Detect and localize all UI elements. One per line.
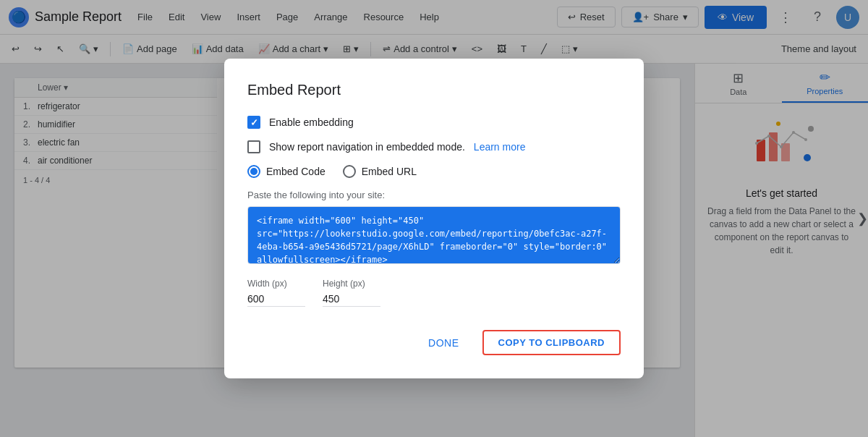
embed-code-option[interactable]: Embed Code: [247, 165, 326, 178]
embed-url-label: Embed URL: [362, 166, 417, 177]
show-nav-checkbox[interactable]: [247, 140, 260, 153]
modal-overlay: Embed Report ✓ Enable embedding Show rep…: [0, 0, 868, 437]
modal-actions: DONE COPY TO CLIPBOARD: [247, 330, 621, 355]
embed-url-radio[interactable]: [343, 165, 356, 178]
height-label: Height (px): [323, 279, 380, 289]
show-nav-label: Show report navigation in embedded mode.: [269, 141, 465, 153]
checkbox-check-icon: ✓: [250, 117, 258, 128]
done-button[interactable]: DONE: [417, 331, 470, 355]
embed-url-option[interactable]: Embed URL: [343, 165, 417, 178]
width-field: Width (px) 600: [247, 279, 305, 307]
embed-type-row: Embed Code Embed URL: [247, 165, 621, 178]
width-value[interactable]: 600: [247, 292, 305, 307]
embed-code-radio[interactable]: [247, 165, 260, 178]
height-value[interactable]: 450: [323, 292, 380, 307]
enable-embedding-row: ✓ Enable embedding: [247, 116, 621, 129]
embed-code-label: Embed Code: [266, 166, 326, 177]
embed-report-modal: Embed Report ✓ Enable embedding Show rep…: [224, 59, 644, 378]
embed-code-textarea[interactable]: <span class="embed-code-selected" data-n…: [247, 206, 621, 264]
copy-to-clipboard-button[interactable]: COPY TO CLIPBOARD: [482, 330, 621, 355]
width-label: Width (px): [247, 279, 305, 289]
show-nav-row: Show report navigation in embedded mode.…: [247, 140, 621, 153]
enable-embedding-checkbox[interactable]: ✓: [247, 116, 260, 129]
enable-embedding-label: Enable embedding: [269, 116, 354, 128]
embed-code-radio-fill: [250, 168, 258, 175]
modal-title: Embed Report: [247, 82, 621, 98]
learn-more-link[interactable]: Learn more: [474, 141, 526, 153]
dimensions-row: Width (px) 600 Height (px) 450: [247, 279, 621, 307]
paste-label: Paste the following into your site:: [247, 190, 621, 200]
height-field: Height (px) 450: [323, 279, 380, 307]
